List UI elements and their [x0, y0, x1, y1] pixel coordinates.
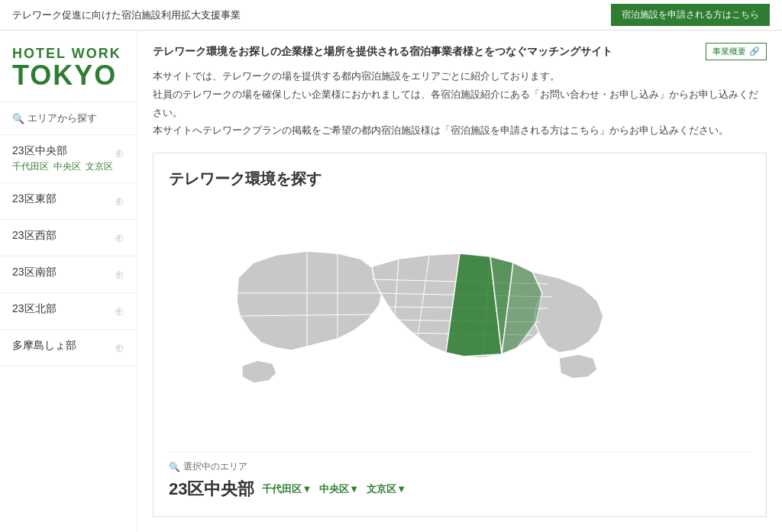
intro-header: テレワーク環境をお探しの企業様と場所を提供される宿泊事業者様とをつなぐマッチング… [153, 43, 767, 60]
main-content: テレワーク環境をお探しの企業様と場所を提供される宿泊事業者様とをつなぐマッチング… [137, 31, 782, 532]
area-search-label: 🔍 エリアから探す [0, 102, 137, 135]
selected-area-section: 🔍 選択中のエリア 23区中央部 千代田区▼中央区▼文京区▼ [169, 452, 751, 501]
selected-area-name: 23区中央部 千代田区▼中央区▼文京区▼ [169, 478, 751, 501]
chevron-icon: ⊕ [115, 267, 124, 283]
intro-body-paragraph: 本サイトでは、テレワークの場を提供する都内宿泊施設をエリアごとに紹介しております… [153, 68, 767, 86]
chevron-icon: ⊕ [115, 194, 124, 210]
area-label: 23区中央部 [12, 144, 113, 158]
area-sub-link[interactable]: 中央区 [53, 160, 81, 173]
selected-sub-area-link[interactable]: 千代田区▼ [262, 482, 312, 496]
area-label: 23区西部 [12, 229, 57, 243]
jigyou-overview-button[interactable]: 事業概要 🔗 [706, 43, 767, 60]
search-icon: 🔍 [12, 113, 24, 124]
area-sub-link[interactable]: 文京区 [86, 160, 113, 173]
sidebar-area-item[interactable]: 23区北部⊕ [0, 293, 137, 330]
page-header: テレワーク促進に向けた宿泊施設利用拡大支援事業 宿泊施設を申請される方はこちら [0, 0, 782, 31]
sub-area-links[interactable]: 千代田区▼中央区▼文京区▼ [262, 482, 406, 496]
intro-body-paragraph: 本サイトへテレワークプランの掲載をご希望の都内宿泊施設様は「宿泊施設を申請される… [153, 122, 767, 140]
sidebar-area-item[interactable]: 23区中央部千代田区中央区文京区⊕ [0, 135, 137, 183]
tokyo-map-svg[interactable] [231, 217, 689, 430]
intro-body-paragraph: 社員のテレワークの場を確保したい企業様におかれましては、各宿泊施設紹介にある「お… [153, 86, 767, 123]
page-title: テレワーク促進に向けた宿泊施設利用拡大支援事業 [12, 8, 241, 22]
area-sub-link[interactable]: 千代田区 [12, 160, 49, 173]
sidebar-area-item[interactable]: 23区東部⊕ [0, 183, 137, 220]
sidebar-area-item[interactable]: 23区西部⊕ [0, 220, 137, 256]
map-section: テレワーク環境を探す [153, 153, 767, 517]
area-label: 23区北部 [12, 302, 57, 316]
selected-area-label: 🔍 選択中のエリア [169, 460, 751, 473]
intro-body: 本サイトでは、テレワークの場を提供する都内宿泊施設をエリアごとに紹介しております… [153, 68, 767, 140]
tokyo-map-container[interactable] [169, 202, 751, 446]
intro-title: テレワーク環境をお探しの企業様と場所を提供される宿泊事業者様とをつなぐマッチング… [153, 45, 698, 59]
sidebar-areas: 23区中央部千代田区中央区文京区⊕23区東部⊕23区西部⊕23区南部⊕23区北部… [0, 135, 137, 366]
map-section-title: テレワーク環境を探す [169, 169, 751, 189]
area-label: 23区東部 [12, 192, 57, 206]
selected-sub-area-link[interactable]: 文京区▼ [367, 482, 406, 496]
sidebar: HOTEL WORK TOKYO 🔍 エリアから探す 23区中央部千代田区中央区… [0, 31, 137, 532]
external-link-icon: 🔗 [749, 47, 760, 56]
search-icon-small: 🔍 [169, 462, 180, 472]
chevron-icon: ⊕ [115, 231, 124, 247]
sidebar-area-item[interactable]: 23区南部⊕ [0, 256, 137, 293]
sidebar-area-item[interactable]: 多摩島しょ部⊕ [0, 330, 137, 366]
chevron-icon: ⊕ [115, 146, 124, 162]
area-label: 多摩島しょ部 [12, 339, 76, 353]
chevron-icon: ⊕ [115, 304, 124, 320]
area-label: 23区南部 [12, 266, 57, 279]
main-layout: HOTEL WORK TOKYO 🔍 エリアから探す 23区中央部千代田区中央区… [0, 31, 782, 532]
chevron-icon: ⊕ [115, 340, 124, 356]
hotel-apply-button[interactable]: 宿泊施設を申請される方はこちら [611, 4, 770, 26]
selected-sub-area-link[interactable]: 中央区▼ [319, 482, 359, 496]
logo[interactable]: HOTEL WORK TOKYO [0, 31, 137, 102]
logo-tokyo: TOKYO [12, 62, 124, 89]
